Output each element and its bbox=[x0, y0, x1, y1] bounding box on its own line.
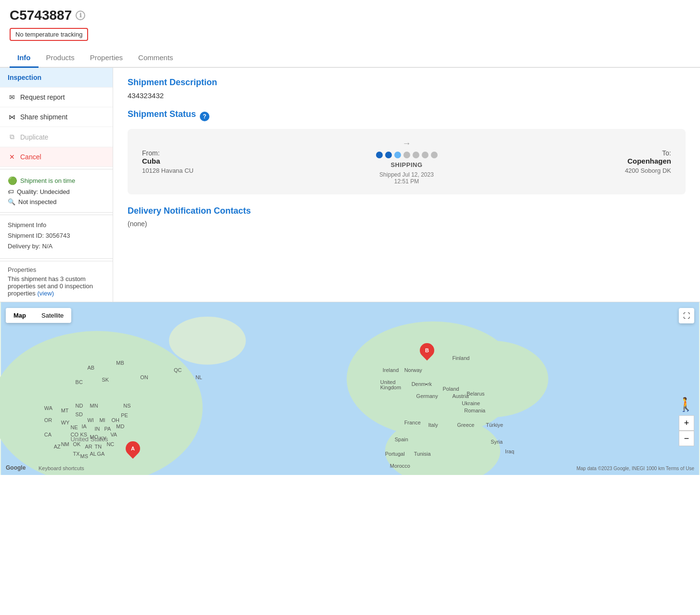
zoom-out-button[interactable]: − bbox=[679, 431, 694, 446]
map-pin-a[interactable]: A bbox=[126, 441, 140, 456]
svg-text:Belarus: Belarus bbox=[467, 391, 485, 397]
svg-text:Iraq: Iraq bbox=[505, 448, 514, 454]
properties-section: Properties This shipment has 3 custom pr… bbox=[0, 261, 113, 302]
to-address: 4200 Soborg DK bbox=[594, 167, 671, 174]
sidebar-item-cancel[interactable]: ✕ Cancel bbox=[0, 147, 113, 167]
request-report-label: Request report bbox=[20, 93, 65, 101]
person-figure: 🚶 bbox=[677, 397, 694, 412]
map-fullscreen-button[interactable]: ⛶ bbox=[679, 308, 694, 323]
duplicate-icon: ⧉ bbox=[8, 133, 16, 141]
svg-point-7 bbox=[433, 341, 548, 418]
shipment-info-label: Shipment Info bbox=[8, 220, 105, 231]
dot-2 bbox=[385, 152, 392, 158]
svg-text:AL: AL bbox=[90, 451, 96, 457]
envelope-icon: ✉ bbox=[8, 93, 16, 101]
dot-3 bbox=[394, 152, 401, 158]
svg-text:NM: NM bbox=[61, 441, 69, 447]
from-label: From: bbox=[142, 149, 219, 157]
map-toggle-map[interactable]: Map bbox=[6, 308, 34, 323]
map-zoom-controls: + − bbox=[679, 415, 694, 446]
sidebar-item-share-shipment[interactable]: ⋈ Share shipment bbox=[0, 107, 113, 127]
delivery-contacts: Delivery Notification Contacts (none) bbox=[128, 206, 686, 228]
svg-text:CA: CA bbox=[44, 432, 52, 438]
status-section: 🟢 Shipment is on time 🏷 Quality: Undecid… bbox=[0, 171, 113, 210]
info-icon[interactable]: ℹ bbox=[76, 11, 85, 20]
svg-text:WA: WA bbox=[44, 406, 53, 411]
svg-text:OR: OR bbox=[44, 418, 52, 423]
svg-text:NE: NE bbox=[71, 425, 78, 431]
route-middle: → SHIPPING Shipped Jul 12, 2023 12:51 PM bbox=[376, 139, 438, 185]
sidebar-item-duplicate: ⧉ Duplicate bbox=[0, 127, 113, 147]
to-city-text: Copenhagen bbox=[627, 157, 671, 165]
from-city: Cuba bbox=[142, 157, 219, 165]
shipment-meta: Shipment Info Shipment ID: 3056743 Deliv… bbox=[0, 215, 113, 256]
inspection-label: Inspection bbox=[8, 74, 41, 81]
from-address: 10128 Havana CU bbox=[142, 167, 219, 174]
shipment-description-title: Shipment Description bbox=[128, 77, 686, 88]
google-logo: Google bbox=[6, 464, 26, 471]
shipped-time-text: 12:51 PM bbox=[394, 178, 419, 185]
cancel-x-icon: ✕ bbox=[8, 153, 16, 161]
map-attribution: Map data ©2023 Google, INEGI 1000 km Ter… bbox=[576, 466, 694, 471]
view-properties-link[interactable]: (view) bbox=[37, 290, 54, 297]
not-inspected-text: Not inspected bbox=[18, 198, 57, 205]
delivery-contacts-title: Delivery Notification Contacts bbox=[128, 206, 686, 216]
svg-text:BC: BC bbox=[76, 379, 83, 385]
shipment-status-row: Shipment Status ? bbox=[128, 109, 686, 123]
dot-6 bbox=[422, 152, 428, 158]
svg-text:Morocco: Morocco bbox=[390, 463, 410, 469]
page-header: C5743887 ℹ No temperature tracking bbox=[0, 0, 700, 45]
svg-text:Syria: Syria bbox=[491, 439, 503, 445]
svg-text:Romania: Romania bbox=[464, 408, 486, 414]
properties-label: Properties bbox=[8, 266, 105, 273]
tab-info[interactable]: Info bbox=[10, 49, 39, 68]
svg-text:NL: NL bbox=[195, 374, 202, 380]
tab-properties[interactable]: Properties bbox=[82, 49, 130, 68]
svg-text:MB: MB bbox=[116, 360, 124, 366]
svg-text:Austria: Austria bbox=[452, 394, 469, 399]
duplicate-label: Duplicate bbox=[20, 133, 48, 141]
tab-products[interactable]: Products bbox=[39, 49, 82, 68]
tag-icon: 🏷 bbox=[8, 188, 14, 195]
svg-text:MD: MD bbox=[116, 424, 124, 430]
svg-text:ON: ON bbox=[140, 374, 148, 380]
svg-text:NS: NS bbox=[123, 403, 130, 409]
map-toggle-satellite[interactable]: Satellite bbox=[34, 308, 71, 323]
map-pin-b[interactable]: B bbox=[420, 343, 434, 358]
route-to: To: Copenhagen 4200 Soborg DK bbox=[594, 149, 671, 174]
quality-status: 🏷 Quality: Undecided bbox=[8, 188, 105, 195]
svg-text:MN: MN bbox=[90, 403, 98, 409]
delivery-contacts-none: (none) bbox=[128, 220, 686, 228]
svg-text:Greece: Greece bbox=[457, 423, 474, 428]
map-container: AB MB BC SK ON QC NL WA OR CA AZ MT ND M… bbox=[0, 302, 700, 475]
svg-text:Poland: Poland bbox=[442, 386, 459, 392]
keyboard-shortcuts: Keyboard shortcuts bbox=[39, 465, 84, 471]
shipment-route: From: Cuba 10128 Havana CU → SHIPPING bbox=[128, 129, 686, 194]
svg-text:Tunisia: Tunisia bbox=[414, 451, 431, 457]
properties-description: This shipment has 3 custom properties se… bbox=[8, 275, 105, 297]
delivery-by-val: N/A bbox=[42, 243, 53, 250]
sidebar: Inspection ✉ Request report ⋈ Share ship… bbox=[0, 68, 113, 302]
svg-text:IN: IN bbox=[94, 426, 100, 432]
svg-text:AR: AR bbox=[85, 444, 92, 449]
svg-text:Ukraine: Ukraine bbox=[462, 401, 480, 407]
tab-comments[interactable]: Comments bbox=[130, 49, 181, 68]
status-help-icon[interactable]: ? bbox=[200, 112, 209, 121]
svg-point-4 bbox=[169, 317, 246, 365]
sidebar-item-request-report[interactable]: ✉ Request report bbox=[0, 88, 113, 107]
search-icon: 🔍 bbox=[8, 198, 15, 205]
from-city-text: Cuba bbox=[142, 157, 160, 165]
svg-text:ND: ND bbox=[76, 403, 83, 409]
dot-5 bbox=[413, 152, 419, 158]
shipment-id-row: C5743887 ℹ bbox=[10, 8, 690, 23]
svg-text:VA: VA bbox=[110, 432, 117, 438]
shipment-id-key: Shipment ID: bbox=[8, 232, 44, 239]
map-person-icon[interactable]: 🚶 bbox=[677, 397, 694, 412]
sidebar-item-inspection[interactable]: Inspection bbox=[0, 68, 113, 88]
svg-text:Spain: Spain bbox=[395, 436, 408, 442]
dot-7 bbox=[431, 152, 438, 158]
zoom-in-button[interactable]: + bbox=[679, 415, 694, 431]
svg-text:SK: SK bbox=[102, 377, 109, 383]
svg-text:Italy: Italy bbox=[428, 423, 439, 428]
shipment-status-title: Shipment Status bbox=[128, 109, 196, 119]
